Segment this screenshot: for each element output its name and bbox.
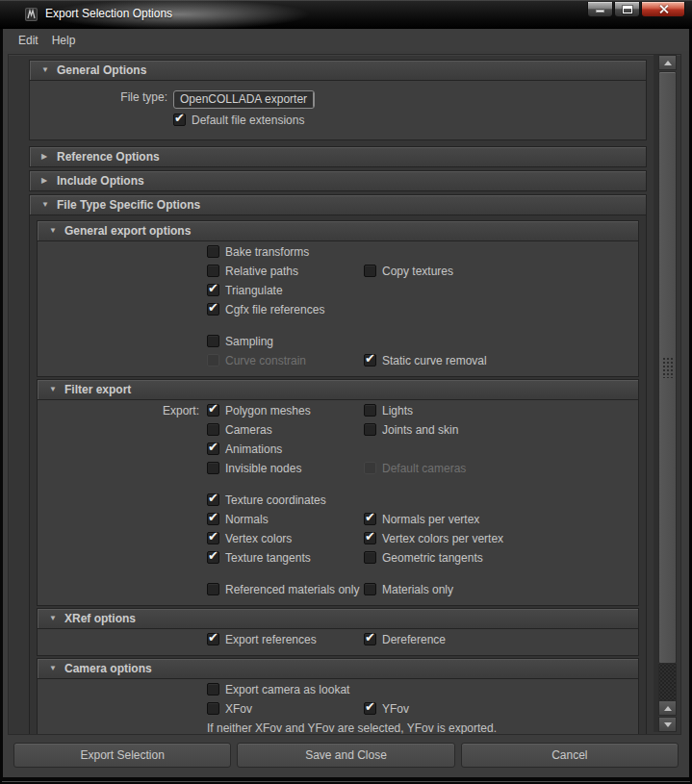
checkbox-label[interactable]: Joints and skin	[382, 423, 458, 438]
checkbox-relative-paths[interactable]	[207, 265, 219, 277]
checkbox-label[interactable]: Dereference	[382, 633, 446, 647]
section-header-xref-options[interactable]: ▼XRef options	[38, 609, 638, 628]
checkbox-label[interactable]: Sampling	[225, 335, 273, 349]
check-item-texture-tangents[interactable]: ✔Texture tangents	[207, 551, 311, 566]
checkbox-label[interactable]: Texture tangents	[225, 551, 311, 566]
vertical-scrollbar[interactable]	[658, 55, 677, 732]
checkbox-animations[interactable]: ✔	[207, 443, 219, 455]
check-item-normals[interactable]: ✔Normals	[207, 513, 269, 527]
checkbox-normals[interactable]: ✔	[207, 513, 219, 525]
section-header-include-options[interactable]: ▶Include Options	[30, 171, 646, 190]
checkbox-export-references[interactable]: ✔	[207, 633, 219, 645]
checkbox-label[interactable]: Static curve removal	[382, 354, 487, 368]
check-item-normals-per-vertex[interactable]: ✔Normals per vertex	[364, 513, 479, 527]
check-item-cgfx-file-references[interactable]: ✔Cgfx file references	[207, 303, 324, 317]
scrollbar-thumb[interactable]	[658, 71, 677, 664]
check-item-lights[interactable]: Lights	[364, 404, 413, 418]
check-item-polygon-meshes[interactable]: ✔Polygon meshes	[207, 404, 311, 418]
checkbox-export-camera-as-lookat[interactable]	[207, 683, 219, 695]
checkbox-texture-tangents[interactable]: ✔	[207, 551, 219, 564]
checkbox-label[interactable]: Default file extensions	[192, 114, 304, 128]
cancel-button[interactable]: Cancel	[461, 743, 679, 768]
check-item-cameras[interactable]: Cameras	[207, 423, 272, 438]
checkbox-curve-constrain[interactable]	[207, 354, 219, 367]
checkbox-label[interactable]: XFov	[225, 702, 252, 717]
check-item-xfov[interactable]: XFov	[207, 702, 252, 717]
checkbox-default-file-extensions[interactable]: ✔	[173, 114, 186, 126]
checkbox-normals-per-vertex[interactable]: ✔	[364, 513, 376, 525]
check-item-vertex-colors[interactable]: ✔Vertex colors	[207, 532, 292, 546]
check-item-geometric-tangents[interactable]: Geometric tangents	[364, 551, 483, 566]
checkbox-label[interactable]: Referenced materials only	[225, 583, 359, 597]
checkbox-label[interactable]: Triangulate	[225, 284, 283, 298]
check-item-yfov[interactable]: ✔YFov	[364, 702, 409, 717]
checkbox-label[interactable]: Cameras	[225, 423, 272, 438]
checkbox-label[interactable]: Polygon meshes	[225, 404, 311, 418]
check-item-export-references[interactable]: ✔Export references	[207, 633, 317, 647]
check-item-animations[interactable]: ✔Animations	[207, 443, 282, 457]
section-header-general-export-options[interactable]: ▼General export options	[38, 221, 638, 240]
export-selection-button[interactable]: Export Selection	[13, 743, 231, 768]
save-and-close-button[interactable]: Save and Close	[237, 743, 454, 768]
checkbox-cgfx-file-references[interactable]: ✔	[207, 303, 219, 316]
section-header-reference-options[interactable]: ▶Reference Options	[30, 147, 646, 166]
check-item-bake-transforms[interactable]: Bake transforms	[207, 245, 309, 260]
checkbox-label[interactable]: Copy textures	[382, 265, 453, 279]
checkbox-label[interactable]: Export camera as lookat	[225, 683, 349, 697]
section-header-general-options[interactable]: ▼General Options	[30, 61, 646, 80]
checkbox-vertex-colors[interactable]: ✔	[207, 532, 219, 544]
checkbox-label[interactable]: Vertex colors	[225, 532, 292, 546]
checkbox-label[interactable]: Bake transforms	[225, 245, 309, 260]
checkbox-materials-only[interactable]	[364, 583, 376, 595]
file-type-dropdown[interactable]: OpenCOLLADA exporter▼	[173, 90, 315, 109]
section-header-file-type-specific-options[interactable]: ▼File Type Specific Options	[30, 195, 646, 215]
close-button[interactable]	[641, 2, 685, 17]
check-item-referenced-materials-only[interactable]: Referenced materials only	[207, 583, 359, 597]
maximize-button[interactable]	[614, 2, 640, 17]
check-item-dereference[interactable]: ✔Dereference	[364, 633, 446, 647]
check-item-default-file-extensions[interactable]: ✔Default file extensions	[173, 114, 304, 128]
menu-edit[interactable]: Edit	[18, 34, 38, 47]
scrollbar-track[interactable]	[658, 664, 677, 700]
scroll-up-button[interactable]	[658, 55, 677, 70]
check-item-vertex-colors-per-vertex[interactable]: ✔Vertex colors per vertex	[364, 532, 503, 546]
check-item-default-cameras[interactable]: Default cameras	[364, 462, 466, 476]
checkbox-label[interactable]: Vertex colors per vertex	[382, 532, 503, 546]
checkbox-default-cameras[interactable]	[364, 462, 376, 474]
check-item-triangulate[interactable]: ✔Triangulate	[207, 284, 283, 298]
titlebar[interactable]: Export Selection Options	[0, 0, 692, 29]
checkbox-label[interactable]: Animations	[225, 443, 282, 457]
checkbox-triangulate[interactable]: ✔	[207, 284, 219, 296]
check-item-relative-paths[interactable]: Relative paths	[207, 265, 298, 279]
checkbox-joints-and-skin[interactable]	[364, 423, 376, 436]
checkbox-static-curve-removal[interactable]: ✔	[364, 354, 376, 367]
check-item-texture-coordinates[interactable]: ✔Texture coordinates	[207, 493, 326, 508]
checkbox-label[interactable]: Default cameras	[382, 462, 466, 476]
checkbox-label[interactable]: Relative paths	[225, 265, 298, 279]
check-item-copy-textures[interactable]: Copy textures	[364, 265, 453, 279]
section-header-camera-options[interactable]: ▼Camera options	[38, 659, 638, 678]
menu-help[interactable]: Help	[52, 34, 76, 47]
checkbox-yfov[interactable]: ✔	[364, 702, 376, 715]
checkbox-label[interactable]: Lights	[382, 404, 413, 418]
check-item-static-curve-removal[interactable]: ✔Static curve removal	[364, 354, 487, 368]
checkbox-cameras[interactable]	[207, 423, 219, 436]
checkbox-vertex-colors-per-vertex[interactable]: ✔	[364, 532, 376, 544]
checkbox-label[interactable]: YFov	[382, 702, 409, 717]
checkbox-copy-textures[interactable]	[364, 265, 376, 277]
checkbox-label[interactable]: Cgfx file references	[225, 303, 324, 317]
checkbox-label[interactable]: Texture coordinates	[225, 493, 326, 508]
check-item-sampling[interactable]: Sampling	[207, 335, 273, 349]
checkbox-sampling[interactable]	[207, 335, 219, 347]
checkbox-label[interactable]: Geometric tangents	[382, 551, 483, 566]
check-item-invisible-nodes[interactable]: Invisible nodes	[207, 462, 301, 476]
check-item-materials-only[interactable]: Materials only	[364, 583, 453, 597]
minimize-button[interactable]	[587, 2, 613, 17]
check-item-joints-and-skin[interactable]: Joints and skin	[364, 423, 458, 438]
checkbox-xfov[interactable]	[207, 702, 219, 715]
checkbox-geometric-tangents[interactable]	[364, 551, 376, 564]
section-header-filter-export[interactable]: ▼Filter export	[38, 380, 638, 399]
checkbox-label[interactable]: Export references	[225, 633, 317, 647]
checkbox-invisible-nodes[interactable]	[207, 462, 219, 474]
checkbox-label[interactable]: Materials only	[382, 583, 453, 597]
